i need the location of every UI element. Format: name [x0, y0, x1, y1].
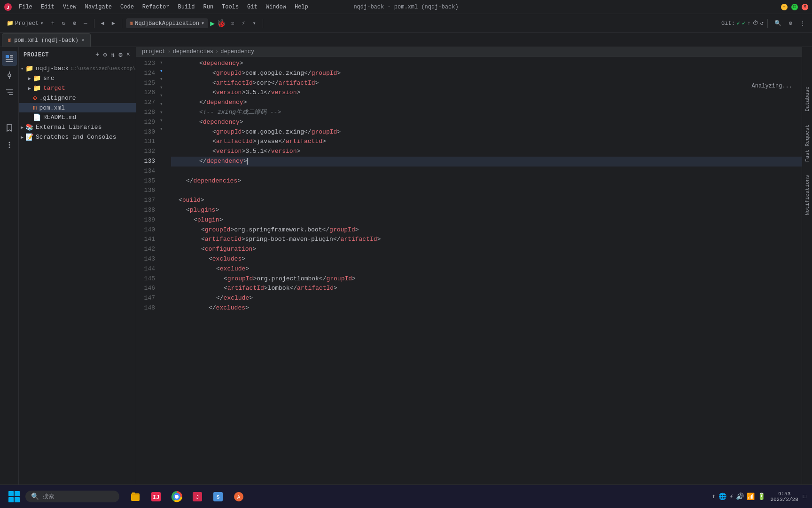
minimize-button[interactable]: – — [781, 4, 788, 10]
menu-code[interactable]: Code — [117, 3, 138, 11]
add-file-btn[interactable]: + — [48, 19, 57, 28]
more-run-btn[interactable]: ▾ — [250, 18, 258, 28]
sidebar-item-pom[interactable]: ▶ m pom.xml — [19, 103, 136, 112]
sidebar-header: Project + ⊙ ⇅ ⚙ × — [19, 47, 136, 63]
menu-run[interactable]: Run — [199, 3, 217, 11]
menu-tools[interactable]: Tools — [218, 3, 242, 11]
code-line-134 — [171, 167, 802, 176]
close-button[interactable]: × — [802, 4, 808, 10]
menu-build[interactable]: Build — [174, 3, 198, 11]
settings-btn[interactable]: ⚙ — [70, 18, 79, 28]
taskbar-chrome[interactable] — [167, 488, 186, 505]
sidebar-title: Project — [23, 52, 49, 58]
breadcrumb-dependency[interactable]: dependency — [220, 48, 254, 55]
sys-tray-icon-4: 🔊 — [736, 492, 744, 500]
toolbar-sep-2 — [122, 19, 122, 28]
sidebar-settings-btn[interactable]: ⚙ — [117, 50, 123, 60]
code-line-132: <version>3.5.1</version> — [171, 147, 802, 157]
menu-file[interactable]: File — [15, 3, 36, 11]
bookmarks-icon[interactable] — [2, 120, 17, 135]
tab-pom-xml[interactable]: m pom.xml (nqdj-back) × — [2, 33, 91, 47]
taskbar-explorer[interactable] — [126, 488, 145, 505]
sidebar-item-gitignore[interactable]: ▶ ⊙ .gitignore — [19, 93, 136, 103]
editor-content[interactable]: 123 124 125 126 127 128 129 130 131 132 … — [136, 57, 802, 495]
src-folder-icon: 📁 — [33, 74, 41, 82]
menu-window[interactable]: Window — [262, 3, 290, 11]
sidebar-item-external-libs[interactable]: ▶ 📚 External Libraries — [19, 122, 136, 132]
sidebar-item-root[interactable]: ▾ 📁 nqdj-back C:\Users\zed\Desktop\r — [19, 64, 136, 73]
menu-view[interactable]: View — [59, 3, 80, 11]
search-bar[interactable]: 🔍 搜索 — [25, 491, 119, 502]
more-tools-icon[interactable] — [2, 137, 17, 152]
sync-btn[interactable]: ↻ — [59, 18, 68, 28]
add-to-project-btn[interactable]: + — [94, 50, 100, 60]
sidebar-item-readme[interactable]: ▶ 📄 README.md — [19, 112, 136, 122]
close-sidebar-btn[interactable]: × — [125, 50, 131, 60]
menu-navigate[interactable]: Navigate — [81, 3, 116, 11]
structure-icon[interactable] — [2, 85, 17, 100]
taskbar-intellij[interactable]: IJ — [147, 488, 165, 505]
code-line-133: </dependency> — [171, 157, 802, 167]
code-editor[interactable]: <dependency> <groupId>com.google.zxing</… — [167, 57, 802, 495]
taskbar-intellij2[interactable]: J — [188, 488, 207, 505]
collapse-btn[interactable]: — — [81, 19, 90, 28]
taskbar-sublime[interactable]: S — [209, 488, 227, 505]
sidebar-item-scratches[interactable]: ▶ 📝 Scratches and Consoles — [19, 132, 136, 142]
menu-edit[interactable]: Edit — [37, 3, 58, 11]
run-config-selector[interactable]: m NqdjBackApplication ▾ — [126, 18, 208, 28]
back-btn[interactable]: ◀ — [98, 18, 107, 28]
taskbar-sys-tray: ⬆ 🌐 ⚡ 🔊 📶 🔋 — [712, 492, 766, 500]
expand-all-btn[interactable]: ⇅ — [110, 50, 116, 60]
sidebar-item-target[interactable]: ▶ 📁 target — [19, 83, 136, 93]
notifications-panel-label[interactable]: Notifications — [804, 173, 811, 217]
code-line-126: <version>3.5.1</version> — [171, 88, 802, 98]
analyzing-indicator: Analyzing... — [752, 83, 792, 89]
title-bar: J File Edit View Navigate Code Refactor … — [0, 0, 812, 14]
commit-icon[interactable] — [2, 68, 17, 83]
code-line-142: <configuration> — [171, 245, 802, 254]
code-line-125: <artifactId>core</artifactId> — [171, 79, 802, 88]
menu-git[interactable]: Git — [243, 3, 261, 11]
debug-button[interactable]: 🐞 — [217, 19, 226, 28]
menu-refactor[interactable]: Refactor — [139, 3, 173, 11]
run-button[interactable]: ▶ — [210, 19, 215, 28]
breadcrumb-project[interactable]: project — [142, 48, 165, 55]
svg-text:J: J — [7, 5, 9, 10]
code-line-123: <dependency> — [171, 59, 802, 69]
svg-point-7 — [8, 74, 11, 77]
tab-bar: m pom.xml (nqdj-back) × — [0, 33, 812, 47]
menu-help[interactable]: Help — [291, 3, 312, 11]
code-line-138: <plugins> — [171, 206, 802, 215]
profile-btn[interactable]: ⚡ — [239, 18, 248, 28]
scroll-to-file-btn[interactable]: ⊙ — [102, 50, 108, 60]
windows-start-button[interactable] — [6, 488, 23, 505]
scratches-icon: 📝 — [25, 133, 33, 141]
breadcrumb-dependencies[interactable]: dependencies — [173, 48, 213, 55]
project-view-icon[interactable] — [2, 51, 17, 66]
fast-request-panel-label[interactable]: Fast Request — [804, 123, 811, 164]
code-line-131: <artifactId>javase</artifactId> — [171, 137, 802, 147]
taskbar-app[interactable]: A — [229, 488, 248, 505]
search-everywhere-btn[interactable]: 🔍 — [772, 18, 784, 28]
show-desktop-btn[interactable]: □ — [803, 493, 806, 500]
tab-close-btn[interactable]: × — [81, 38, 85, 43]
coverage-btn[interactable]: ☑ — [228, 18, 237, 28]
breadcrumb: project › dependencies › dependency — [136, 47, 802, 57]
ext-libs-icon: 📚 — [25, 123, 33, 131]
project-dropdown[interactable]: 📁 Project ▾ — [4, 18, 47, 28]
title-bar-left: J File Edit View Navigate Code Refactor … — [4, 3, 312, 11]
sidebar-item-src[interactable]: ▶ 📁 src — [19, 73, 136, 83]
sidebar-actions: + ⊙ ⇅ ⚙ × — [94, 50, 131, 60]
taskbar-items: IJ J S A — [126, 488, 248, 505]
more-options-btn[interactable]: ⋮ — [797, 18, 808, 28]
code-line-129: <dependency> — [171, 118, 802, 127]
search-bar-icon: 🔍 — [31, 492, 39, 500]
code-line-124: <groupId>com.google.zxing</groupId> — [171, 69, 802, 79]
settings-gear-btn[interactable]: ⚙ — [786, 18, 795, 28]
maximize-button[interactable]: □ — [791, 4, 798, 10]
sidebar-scratches-label: Scratches and Consoles — [36, 134, 117, 141]
database-panel-label[interactable]: Database — [804, 85, 811, 113]
sidebar-root-label: nqdj-back — [36, 65, 69, 72]
git-label: Git: — [721, 20, 735, 27]
forward-btn[interactable]: ▶ — [109, 18, 118, 28]
